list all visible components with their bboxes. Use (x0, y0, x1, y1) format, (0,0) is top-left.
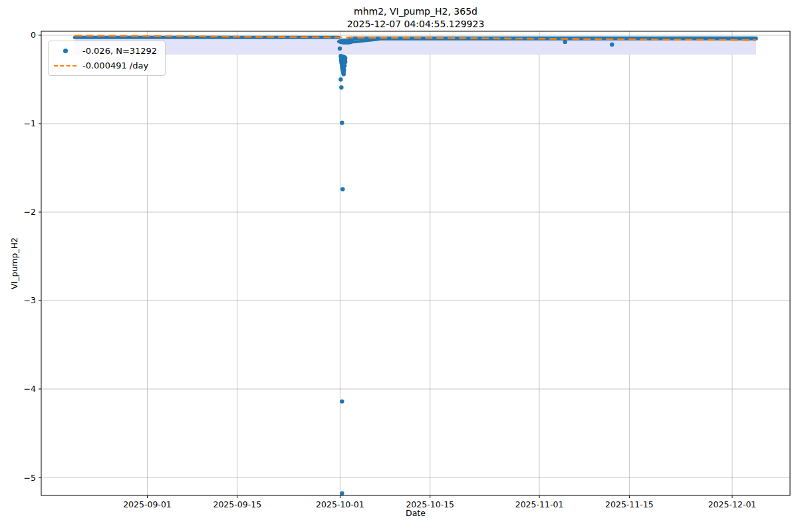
event-dip-blob (337, 39, 355, 45)
legend-item-mean: -0.026, N=31292 (53, 45, 157, 57)
legend-item-label: -0.026, N=31292 (82, 46, 157, 56)
scatter-point (338, 47, 342, 51)
scatter-point (563, 40, 567, 44)
x-axis-label: Date (41, 508, 790, 518)
legend-marker-box (53, 49, 77, 53)
y-axis-label: VI_pump_H2 (9, 237, 19, 289)
y-tick-label: −5 (24, 473, 36, 483)
scatter-point (338, 77, 342, 81)
y-tick-label: −3 (24, 295, 36, 305)
axis-spines (41, 31, 790, 495)
confidence-band (74, 39, 756, 55)
scatter-point (340, 491, 344, 495)
legend-item-label: -0.000491 /day (82, 61, 148, 70)
scatter-marker-icon (63, 49, 68, 53)
scatter-point (339, 85, 343, 89)
y-tick-label: −1 (24, 118, 36, 128)
chart-title: mhm2, VI_pump_H2, 365d (41, 5, 790, 18)
y-tick-label: 0 (31, 30, 36, 40)
y-tick-label: −4 (24, 384, 36, 394)
chart-subtitle: 2025-12-07 04:04:55.129923 (41, 18, 790, 31)
legend-marker-box (53, 65, 77, 66)
figure: 2025-09-012025-09-152025-10-012025-10-15… (0, 0, 798, 532)
plot-area: 2025-09-012025-09-152025-10-012025-10-15… (0, 0, 798, 532)
scatter-point (340, 399, 344, 403)
dashed-line-icon (54, 65, 76, 66)
legend-item-trend: -0.000491 /day (53, 59, 157, 72)
scatter-point (340, 120, 344, 124)
scatter-point (610, 43, 614, 47)
y-tick-label: −2 (24, 207, 36, 217)
chart-title-block: mhm2, VI_pump_H2, 365d 2025-12-07 04:04:… (41, 5, 790, 31)
legend: -0.026, N=31292 -0.000491 /day (48, 41, 166, 76)
scatter-point (340, 187, 344, 191)
scatter-point (342, 72, 346, 76)
